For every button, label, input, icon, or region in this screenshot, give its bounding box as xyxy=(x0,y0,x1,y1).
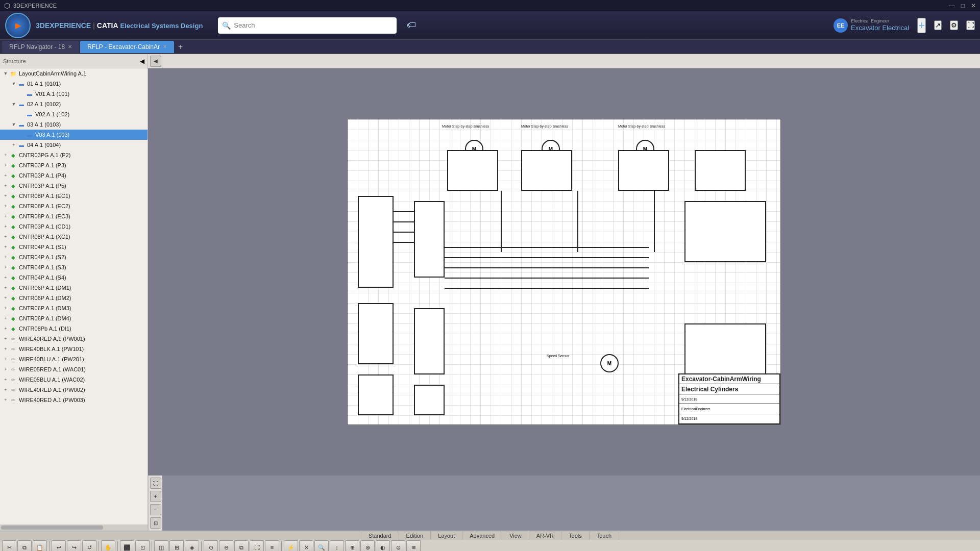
share-button[interactable]: ↗ xyxy=(934,20,942,30)
mode-tab-view[interactable]: View xyxy=(502,532,529,540)
tree-expander[interactable]: + xyxy=(2,234,9,239)
canvas-collapse-button[interactable]: ◀ xyxy=(150,56,161,67)
remove-tool[interactable]: ⊗ xyxy=(360,540,375,551)
tree-item[interactable]: +✏WIRE40BLU A.1 (PW201) xyxy=(0,354,148,364)
rt-expand[interactable]: ⛶ xyxy=(150,478,161,489)
tab-rflp-excavator[interactable]: RFLP - Excavator-CabinAr ✕ xyxy=(80,41,174,53)
menu-tool[interactable]: ≡ xyxy=(265,540,279,551)
tree-expander[interactable]: + xyxy=(2,153,9,158)
tree-expander[interactable]: + xyxy=(2,244,9,249)
sidebar-collapse-icon[interactable]: ◀ xyxy=(140,58,144,65)
undo-tool[interactable]: ↩ xyxy=(52,540,66,551)
bookmark-button[interactable]: 🏷 xyxy=(407,20,416,31)
tree-expander[interactable]: + xyxy=(2,183,9,188)
tree-expander[interactable]: + xyxy=(10,142,17,147)
tree-expander[interactable]: + xyxy=(2,336,9,341)
tree-item[interactable]: +✏WIRE40RED A.1 (PW002) xyxy=(0,385,148,395)
app-logo[interactable] xyxy=(5,13,31,38)
tree-expander[interactable]: + xyxy=(2,204,9,209)
rotate-tool[interactable]: ↺ xyxy=(82,540,96,551)
maximize-button[interactable]: □ xyxy=(961,2,965,9)
flip-tool[interactable]: ↕ xyxy=(330,540,344,551)
grid-tool[interactable]: ⊞ xyxy=(169,540,184,551)
align-tool[interactable]: ⊜ xyxy=(391,540,405,551)
tree-item[interactable]: +◆CNTR03PG A.1 (P2) xyxy=(0,150,148,160)
tree-item[interactable]: +◆CNTR04P A.1 (S3) xyxy=(0,262,148,272)
rt-zoom-out[interactable]: − xyxy=(150,504,161,515)
minimize-button[interactable]: — xyxy=(949,2,955,9)
tree-item[interactable]: +◆CNTR06P A.1 (DM1) xyxy=(0,283,148,293)
tree-expander[interactable]: + xyxy=(2,275,9,280)
tree-item[interactable]: +◆CNTR08P A.1 (EC2) xyxy=(0,201,148,211)
tree-expander[interactable]: + xyxy=(2,285,9,290)
tree-item[interactable]: ▼▬02 A.1 (0102) xyxy=(0,99,148,109)
close-button[interactable]: ✕ xyxy=(971,2,976,9)
search-bar[interactable]: 🔍 xyxy=(218,17,397,34)
tree-item[interactable]: ▼📁LayoutCabinArmWiring A.1 xyxy=(0,68,148,79)
mode-tab-standard[interactable]: Standard xyxy=(361,532,399,540)
tree-expander[interactable]: ▼ xyxy=(10,122,17,127)
tree-expander[interactable]: + xyxy=(2,377,9,382)
tree-expander[interactable]: + xyxy=(2,367,9,372)
tree-expander[interactable]: + xyxy=(2,193,9,198)
tree-item[interactable]: +✏WIRE05RED A.1 (WAC01) xyxy=(0,364,148,374)
rt-zoom-in[interactable]: + xyxy=(150,491,161,502)
settings-button[interactable]: ⚙ xyxy=(950,20,958,30)
sidebar-scrollbar[interactable] xyxy=(1,525,103,530)
tree-item[interactable]: ▼▬03 A.1 (0103) xyxy=(0,119,148,130)
tree-expander[interactable]: + xyxy=(2,346,9,352)
tree-item[interactable]: ▬V02 A.1 (102) xyxy=(0,109,148,119)
tab-close-icon-active[interactable]: ✕ xyxy=(163,44,167,49)
tree-item[interactable]: +✏WIRE40RED A.1 (PW003) xyxy=(0,395,148,405)
tree-expander[interactable]: + xyxy=(2,397,9,403)
tree-item[interactable]: ▼▬01 A.1 (0101) xyxy=(0,79,148,89)
select-box-tool[interactable]: ⬛ xyxy=(120,540,134,551)
sidebar-content[interactable]: ▼📁LayoutCabinArmWiring A.1▼▬01 A.1 (0101… xyxy=(0,68,148,524)
tree-expander[interactable]: + xyxy=(2,357,9,362)
tree-item[interactable]: +◆CNTR08P A.1 (XC1) xyxy=(0,232,148,242)
paste-tool[interactable]: 📋 xyxy=(33,540,47,551)
tree-item[interactable]: +▬04 A.1 (0104) xyxy=(0,140,148,150)
tree-expander[interactable]: + xyxy=(2,265,9,270)
tree-expander[interactable]: ▼ xyxy=(10,102,17,107)
tree-item[interactable]: +◆CNTR08P A.1 (EC3) xyxy=(0,211,148,221)
tree-item[interactable]: +◆CNTR03P A.1 (CD1) xyxy=(0,221,148,232)
tree-item[interactable]: +◆CNTR03P A.1 (P5) xyxy=(0,181,148,191)
mode-tab-ar-vr[interactable]: AR-VR xyxy=(529,532,561,540)
redo-tool[interactable]: ↪ xyxy=(67,540,81,551)
fullscreen-tool[interactable]: ⛶ xyxy=(250,540,264,551)
tree-item[interactable]: +◆CNTR03P A.1 (P3) xyxy=(0,160,148,170)
tree-item[interactable]: +◆CNTR04P A.1 (S2) xyxy=(0,252,148,262)
rt-fit[interactable]: ⊡ xyxy=(150,517,161,529)
tree-item[interactable]: ▬V01 A.1 (101) xyxy=(0,89,148,99)
search-tool[interactable]: 🔍 xyxy=(314,540,329,551)
delete-tool[interactable]: ✕ xyxy=(299,540,313,551)
wire-tool[interactable]: ⚡ xyxy=(284,540,298,551)
tab-close-icon[interactable]: ✕ xyxy=(68,44,72,49)
pan-tool[interactable]: ✋ xyxy=(101,540,115,551)
layer-tool[interactable]: ⧉ xyxy=(234,540,249,551)
tree-item[interactable]: +◆CNTR08P A.1 (EC1) xyxy=(0,191,148,201)
arrange-tool[interactable]: ≋ xyxy=(406,540,421,551)
window-tool[interactable]: ◫ xyxy=(154,540,168,551)
highlight-tool[interactable]: ◐ xyxy=(376,540,390,551)
tree-expander[interactable]: ▼ xyxy=(10,81,17,86)
tree-item[interactable]: +◆CNTR03P A.1 (P4) xyxy=(0,170,148,181)
tree-expander[interactable]: ▼ xyxy=(2,71,9,76)
tree-item[interactable]: +◆CNTR08Pb A.1 (DI1) xyxy=(0,323,148,334)
tree-item[interactable]: +◆CNTR04P A.1 (S1) xyxy=(0,242,148,252)
snap-tool[interactable]: ◈ xyxy=(185,540,199,551)
tree-item[interactable]: ▬V03 A.1 (103) xyxy=(0,130,148,140)
add-button[interactable]: + xyxy=(917,18,926,33)
tab-rflp-navigator[interactable]: RFLP Navigator - 18 ✕ xyxy=(2,41,79,53)
tree-item[interactable]: +✏WIRE05BLU A.1 (WAC02) xyxy=(0,374,148,385)
copy-tool[interactable]: ⧉ xyxy=(17,540,32,551)
add-tool[interactable]: ⊕ xyxy=(345,540,359,551)
tree-item[interactable]: +◆CNTR06P A.1 (DM4) xyxy=(0,313,148,323)
tree-expander[interactable]: + xyxy=(2,173,9,178)
search-input[interactable] xyxy=(234,21,393,29)
tab-add-button[interactable]: + xyxy=(175,42,186,52)
tree-item[interactable]: +✏WIRE40BLK A.1 (PW101) xyxy=(0,344,148,354)
fit-tool[interactable]: ⊡ xyxy=(135,540,150,551)
tree-expander[interactable]: + xyxy=(2,224,9,229)
